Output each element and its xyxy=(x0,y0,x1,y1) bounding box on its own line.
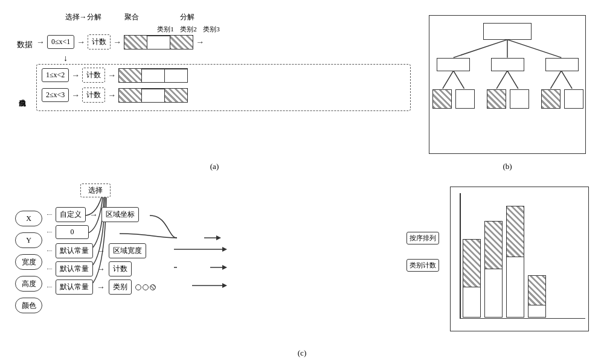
sort-box: 按序排列 xyxy=(406,232,439,244)
tree-root xyxy=(483,23,532,40)
tree-node-l xyxy=(437,58,470,71)
leaf-1 xyxy=(432,89,452,109)
arrow-3: → xyxy=(196,37,204,47)
top-row: 选择→分解 聚合 分解 类别1 类别2 类别3 数据 → 0≤x<1 → 计数 … xyxy=(12,6,592,174)
arrow-5: → xyxy=(108,71,116,80)
c-output-category-label: 类别 xyxy=(109,279,132,295)
arrow-6: → xyxy=(71,91,80,100)
panel-a: 选择→分解 聚合 分解 类别1 类别2 类别3 数据 → 0≤x<1 → 计数 … xyxy=(12,6,417,174)
leaf-6 xyxy=(564,89,583,109)
label-x: X xyxy=(15,211,42,226)
chart-axis-v xyxy=(460,193,461,319)
bar-4 xyxy=(528,275,546,318)
bar-3 xyxy=(506,206,524,318)
panel-a-label: (a) xyxy=(12,162,417,171)
c-row-1: 自定义 → 区域坐标 xyxy=(47,207,445,222)
header-select: 选择→分解 xyxy=(54,12,112,22)
c-row-5: 默认常量 → 类别 xyxy=(47,279,445,295)
c-box-default3: 默认常量 xyxy=(56,279,93,295)
svg-line-4 xyxy=(454,71,464,89)
tree-node-r xyxy=(545,58,579,71)
cat2-label: 类别2 xyxy=(177,25,200,34)
chart-bars xyxy=(463,203,582,318)
bar-group-4 xyxy=(528,203,546,318)
svg-line-2 xyxy=(507,40,561,58)
cat1-label: 类别1 xyxy=(154,25,177,34)
arrow-0: → xyxy=(36,37,45,47)
svg-line-0 xyxy=(454,40,507,58)
panel-b-label: (b) xyxy=(423,162,592,171)
bar-group-3 xyxy=(506,203,524,318)
circle-3 xyxy=(150,284,156,290)
cat3-label: 类别3 xyxy=(200,25,223,34)
tree-node-c xyxy=(491,58,524,71)
c-output-region-width: 区域宽度 xyxy=(109,243,146,258)
header-aggregate: 聚合 xyxy=(112,12,151,22)
count-box-2: 计数 xyxy=(82,88,105,103)
c-output-coords: 区域坐标 xyxy=(101,207,139,222)
c-box-default2: 默认常量 xyxy=(56,261,93,276)
data-label: 数据 xyxy=(17,39,33,50)
c-row-3: 默认常量 → 区域宽度 xyxy=(47,243,445,258)
leaf-2 xyxy=(455,89,475,109)
arrow-4: → xyxy=(71,71,80,80)
leaf-4 xyxy=(510,89,529,109)
arrow-1: → xyxy=(77,37,85,47)
arrow-7: → xyxy=(108,91,116,100)
header-decompose: 分解 xyxy=(151,12,223,22)
svg-line-7 xyxy=(550,71,561,89)
c-left-labels: X Y 宽度 高度 颜色 xyxy=(15,211,42,343)
bar-2 xyxy=(484,221,503,318)
panel-b: (b) xyxy=(423,6,592,174)
bottom-row: X Y 宽度 高度 颜色 选择 xyxy=(12,177,592,358)
svg-line-3 xyxy=(443,71,454,89)
small-circles xyxy=(135,284,156,290)
c-middle-area: 选择 xyxy=(47,180,445,343)
leaf-3 xyxy=(487,89,506,109)
arrow-2: → xyxy=(113,37,121,47)
down-arrow: ↓ xyxy=(63,54,411,63)
c-row-2: 0 xyxy=(47,225,445,239)
c-box-0: 0 xyxy=(56,225,89,239)
tree-diagram xyxy=(429,15,586,154)
label-height: 高度 xyxy=(15,276,42,292)
leaf-5 xyxy=(541,89,561,109)
panel-c: X Y 宽度 高度 颜色 选择 xyxy=(12,177,592,358)
count-box-0: 计数 xyxy=(88,34,111,49)
label-y: Y xyxy=(15,232,42,248)
count-box-1: 计数 xyxy=(82,68,105,83)
svg-line-5 xyxy=(496,71,507,89)
c-row-4: 默认常量 → 计数 xyxy=(47,261,445,276)
circle-1 xyxy=(135,284,141,290)
circle-2 xyxy=(143,284,149,290)
c-box-default1: 默认常量 xyxy=(56,243,93,258)
count-box: 类别计数 xyxy=(406,259,439,272)
c-chart xyxy=(450,187,589,331)
c-box-custom: 自定义 xyxy=(56,207,86,222)
bar-1 xyxy=(463,239,481,318)
panel-c-inner: X Y 宽度 高度 颜色 选择 xyxy=(15,180,589,343)
main-container: 选择→分解 聚合 分解 类别1 类别2 类别3 数据 → 0≤x<1 → 计数 … xyxy=(0,0,604,364)
label-width: 宽度 xyxy=(15,254,42,270)
c-output-count: 计数 xyxy=(109,261,132,276)
condition-box-1: 1≤x<2 xyxy=(42,68,69,82)
svg-line-6 xyxy=(507,71,518,89)
flow-row-0: → 0≤x<1 → 计数 → → xyxy=(36,34,411,49)
select-box: 选择 xyxy=(80,184,111,197)
bar-group-1 xyxy=(463,203,481,318)
chart-axis-h xyxy=(460,318,585,319)
bar-group-2 xyxy=(484,203,503,318)
auto-generate-box: 1≤x<2 → 计数 → 2≤x<3 → 计数 → xyxy=(36,64,411,111)
svg-line-8 xyxy=(561,71,572,89)
condition-box-2: 2≤x<3 xyxy=(42,88,69,102)
condition-box-0: 0≤x<1 xyxy=(47,35,74,49)
panel-c-label: (c) xyxy=(12,348,592,358)
label-color: 颜色 xyxy=(15,298,42,313)
flow-row-2: 2≤x<3 → 计数 → xyxy=(42,88,405,103)
flow-row-1: 1≤x<2 → 计数 → xyxy=(42,68,405,83)
